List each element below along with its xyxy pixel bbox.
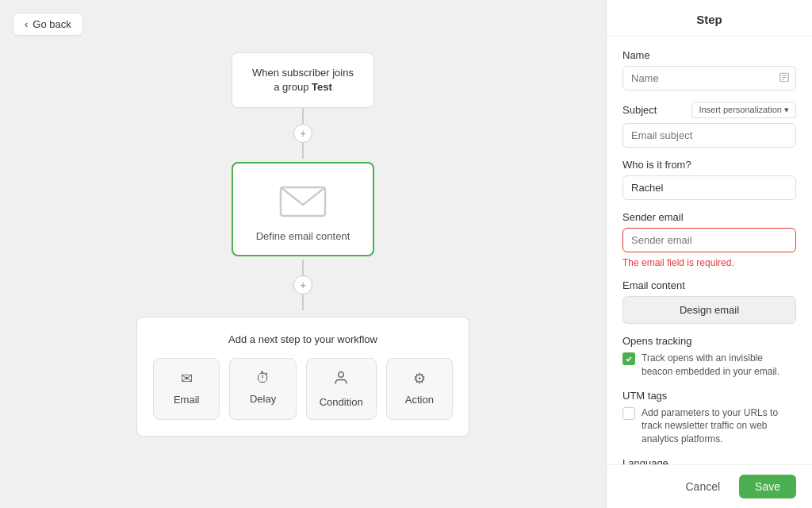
connector-2: + <box>293 260 312 310</box>
subject-header: Subject Insert personalization ▾ <box>622 102 796 118</box>
sender-email-error: The email field is required. <box>622 257 796 268</box>
from-field-group: Who is it from? <box>622 159 796 200</box>
add-step-button-2[interactable]: + <box>293 275 312 294</box>
step-option-delay-label: Delay <box>250 393 276 405</box>
next-step-title: Add a next step to your workflow <box>153 333 453 345</box>
language-label: Language <box>622 457 796 464</box>
right-panel-body: Name Subject Insert personalization ▾ <box>607 37 812 464</box>
opens-tracking-checkbox-row: Track opens with an invisible beacon emb… <box>622 352 796 379</box>
step-option-condition-label: Condition <box>320 396 363 408</box>
step-option-action[interactable]: ⚙ Action <box>386 358 453 420</box>
opens-tracking-checkbox[interactable] <box>622 352 635 365</box>
action-step-icon: ⚙ <box>413 370 426 387</box>
plus-icon-1: + <box>300 128 306 139</box>
plus-icon-2: + <box>300 279 306 291</box>
delay-step-icon: ⏱ <box>256 370 270 387</box>
go-back-label: Go back <box>33 18 71 30</box>
utm-tags-checkbox[interactable] <box>622 407 635 420</box>
email-step-icon: ✉ <box>181 370 193 387</box>
subject-input[interactable] <box>622 123 796 148</box>
right-panel-footer: Cancel Save <box>607 464 812 508</box>
workflow-area: When subscriber joins a group Test + Def… <box>136 52 469 437</box>
utm-tags-text: Add parameters to your URLs to track new… <box>642 406 796 446</box>
name-field-group: Name <box>622 49 796 90</box>
email-content-label: Email content <box>622 279 796 291</box>
sender-email-label: Sender email <box>622 211 796 223</box>
name-input[interactable] <box>622 66 796 90</box>
left-panel: ‹ Go back When subscriber joins a group … <box>0 0 606 508</box>
step-options: ✉ Email ⏱ Delay Condition <box>153 358 453 420</box>
language-field-group: Language English French Spanish German ⌄ <box>622 457 796 464</box>
envelope-icon <box>279 183 327 221</box>
trigger-text-before: When subscriber joins a group <box>252 67 354 93</box>
name-input-wrapper <box>622 66 796 90</box>
step-option-delay[interactable]: ⏱ Delay <box>229 358 296 420</box>
opens-tracking-label: Opens tracking <box>622 335 796 347</box>
next-step-panel: Add a next step to your workflow ✉ Email… <box>136 317 469 437</box>
utm-tags-group: UTM tags Add parameters to your URLs to … <box>622 390 796 446</box>
subject-label: Subject <box>622 104 657 116</box>
design-email-button[interactable]: Design email <box>622 296 796 324</box>
name-field-icon <box>779 71 790 85</box>
sender-email-field-group: Sender email The email field is required… <box>622 211 796 268</box>
opens-tracking-text: Track opens with an invisible beacon emb… <box>642 352 796 379</box>
step-option-email-label: Email <box>174 394 200 406</box>
right-panel-title: Step <box>607 0 812 37</box>
add-step-button-1[interactable]: + <box>293 124 312 143</box>
name-label: Name <box>622 49 796 61</box>
connector-line-2 <box>302 143 304 159</box>
sender-email-input[interactable] <box>622 228 796 252</box>
from-input[interactable] <box>622 175 796 200</box>
connector-1: + <box>293 108 312 159</box>
utm-tags-checkbox-row: Add parameters to your URLs to track new… <box>622 406 796 446</box>
opens-tracking-group: Opens tracking Track opens with an invis… <box>622 335 796 379</box>
step-option-email[interactable]: ✉ Email <box>153 358 220 420</box>
email-step-label: Define email content <box>256 230 350 242</box>
trigger-text: When subscriber joins a group Test <box>252 67 354 93</box>
utm-tags-label: UTM tags <box>622 390 796 402</box>
save-button[interactable]: Save <box>739 475 796 498</box>
email-step-box[interactable]: Define email content <box>232 162 374 256</box>
right-panel: Step Name Subject Insert <box>606 0 812 508</box>
connector-line-3 <box>302 260 304 275</box>
svg-point-1 <box>339 372 344 378</box>
condition-step-icon <box>333 370 349 390</box>
subject-field-group: Subject Insert personalization ▾ <box>622 102 796 148</box>
connector-line-1 <box>302 108 304 124</box>
chevron-left-icon: ‹ <box>25 18 28 30</box>
cancel-button[interactable]: Cancel <box>674 475 731 498</box>
trigger-group-name: Test <box>312 81 332 93</box>
connector-line-4 <box>302 294 304 310</box>
step-option-action-label: Action <box>405 394 434 406</box>
step-option-condition[interactable]: Condition <box>306 358 377 420</box>
go-back-button[interactable]: ‹ Go back <box>13 13 83 36</box>
insert-personalization-button[interactable]: Insert personalization ▾ <box>691 102 796 118</box>
trigger-box: When subscriber joins a group Test <box>232 52 374 108</box>
email-content-field-group: Email content Design email <box>622 279 796 324</box>
from-label: Who is it from? <box>622 159 796 171</box>
